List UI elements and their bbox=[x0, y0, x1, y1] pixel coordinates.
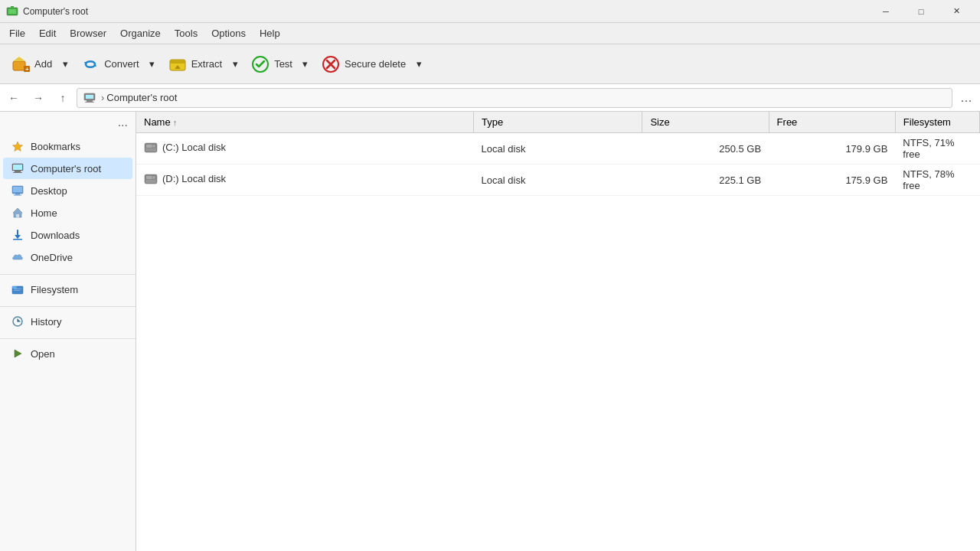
sidebar-item-downloads[interactable]: Downloads bbox=[3, 224, 132, 246]
sidebar-item-home[interactable]: Home bbox=[3, 202, 132, 223]
menu-item-options[interactable]: Options bbox=[205, 24, 252, 42]
add-button-group: + Add ▾ bbox=[3, 47, 71, 81]
sidebar-item-desktop[interactable]: Desktop bbox=[3, 180, 132, 201]
test-button[interactable]: Test bbox=[243, 47, 299, 81]
add-dropdown-arrow[interactable]: ▾ bbox=[59, 47, 71, 81]
home-icon bbox=[11, 206, 24, 220]
titlebar: Computer's root ─ □ ✕ bbox=[0, 0, 980, 23]
filesystem-icon bbox=[11, 282, 24, 296]
secure-delete-label: Secure delete bbox=[345, 58, 406, 70]
address-more-button[interactable]: … bbox=[956, 87, 977, 109]
toolbar: + Add ▾ Convert ▾ bbox=[0, 44, 980, 84]
file-table: Name Type Size Free Filesystem (C:) Loca… bbox=[136, 112, 980, 196]
secure-delete-dropdown-arrow[interactable]: ▾ bbox=[413, 47, 425, 81]
sidebar-item-computer-root[interactable]: Computer's root bbox=[3, 158, 132, 179]
extract-icon bbox=[167, 54, 188, 75]
menu-item-edit[interactable]: Edit bbox=[33, 24, 62, 42]
sidebar-item-open[interactable]: Open bbox=[3, 343, 132, 364]
menu-item-help[interactable]: Help bbox=[253, 24, 286, 42]
sidebar-downloads-label: Downloads bbox=[31, 230, 80, 241]
svg-rect-32 bbox=[12, 286, 17, 289]
test-icon bbox=[250, 54, 271, 75]
test-dropdown-arrow[interactable]: ▾ bbox=[299, 47, 312, 81]
col-header-free[interactable]: Free bbox=[769, 112, 895, 133]
convert-button[interactable]: Convert bbox=[73, 47, 146, 81]
svg-rect-28 bbox=[16, 214, 19, 217]
maximize-button[interactable]: □ bbox=[903, 0, 939, 23]
svg-rect-17 bbox=[85, 102, 94, 103]
secure-delete-icon bbox=[320, 54, 341, 75]
svg-rect-26 bbox=[14, 195, 21, 196]
col-header-name[interactable]: Name bbox=[136, 112, 474, 133]
address-path[interactable]: › Computer's root bbox=[77, 88, 952, 108]
desktop-icon bbox=[11, 184, 24, 197]
menu-item-organize[interactable]: Organize bbox=[114, 24, 167, 42]
svg-rect-42 bbox=[146, 176, 152, 179]
sidebar-item-filesystem[interactable]: Filesystem bbox=[3, 279, 132, 300]
sidebar-open-label: Open bbox=[31, 348, 55, 360]
svg-text:+: + bbox=[25, 66, 29, 73]
menu-item-tools[interactable]: Tools bbox=[168, 24, 204, 42]
convert-dropdown-arrow[interactable]: ▾ bbox=[146, 47, 158, 81]
cell-name: (D:) Local disk bbox=[136, 165, 474, 196]
disk-icon: (C:) Local disk bbox=[144, 141, 226, 155]
sidebar-more-button[interactable]: ··· bbox=[0, 116, 136, 135]
sidebar-item-onedrive[interactable]: OneDrive bbox=[3, 246, 132, 268]
cell-size: 250.5 GB bbox=[642, 133, 769, 165]
svg-rect-2 bbox=[11, 6, 14, 8]
table-row[interactable]: (D:) Local disk Local disk 225.1 GB 175.… bbox=[136, 165, 980, 196]
minimize-button[interactable]: ─ bbox=[868, 0, 903, 23]
add-button[interactable]: + Add bbox=[3, 47, 59, 81]
convert-icon bbox=[80, 54, 101, 75]
svg-rect-15 bbox=[86, 95, 93, 99]
svg-marker-29 bbox=[15, 235, 21, 239]
add-icon: + bbox=[10, 54, 31, 75]
monitor-icon bbox=[11, 161, 24, 175]
download-icon bbox=[11, 228, 24, 242]
table-row[interactable]: (C:) Local disk Local disk 250.5 GB 179.… bbox=[136, 133, 980, 165]
sidebar-history-label: History bbox=[31, 316, 61, 328]
secure-delete-button-group: Secure delete ▾ bbox=[313, 47, 425, 81]
convert-button-group: Convert ▾ bbox=[73, 47, 158, 81]
svg-point-39 bbox=[152, 145, 155, 148]
cloud-icon bbox=[11, 250, 24, 264]
svg-rect-44 bbox=[145, 180, 156, 183]
menu-item-file[interactable]: File bbox=[3, 24, 31, 42]
sidebar: ··· Bookmarks Computer's root bbox=[0, 112, 136, 551]
col-header-filesystem[interactable]: Filesystem bbox=[895, 112, 979, 133]
secure-delete-button[interactable]: Secure delete bbox=[313, 47, 413, 81]
svg-point-43 bbox=[152, 176, 155, 179]
sidebar-item-bookmarks[interactable]: Bookmarks bbox=[3, 135, 132, 157]
svg-rect-24 bbox=[13, 187, 22, 192]
cell-type: Local disk bbox=[474, 133, 642, 165]
addressbar: ← → ↑ › Computer's root … bbox=[0, 84, 980, 112]
forward-button[interactable]: → bbox=[28, 87, 49, 109]
disk-icon: (D:) Local disk bbox=[144, 172, 226, 186]
main-area: ··· Bookmarks Computer's root bbox=[0, 112, 980, 551]
extract-label: Extract bbox=[191, 58, 222, 70]
extract-button[interactable]: Extract bbox=[160, 47, 229, 81]
extract-dropdown-arrow[interactable]: ▾ bbox=[229, 47, 241, 81]
svg-rect-16 bbox=[87, 100, 93, 102]
menu-item-browser[interactable]: Browser bbox=[64, 24, 113, 42]
sidebar-desktop-label: Desktop bbox=[31, 185, 67, 197]
col-header-size[interactable]: Size bbox=[642, 112, 769, 133]
back-button[interactable]: ← bbox=[3, 87, 24, 109]
sidebar-section-filesystem: Filesystem bbox=[0, 274, 136, 300]
sidebar-filesystem-label: Filesystem bbox=[31, 284, 78, 295]
clock-icon bbox=[11, 315, 24, 328]
sidebar-item-history[interactable]: History bbox=[3, 311, 132, 332]
up-button[interactable]: ↑ bbox=[52, 87, 74, 109]
close-button[interactable]: ✕ bbox=[939, 0, 974, 23]
address-root-label: Computer's root bbox=[106, 92, 177, 103]
svg-marker-4 bbox=[13, 57, 25, 61]
titlebar-title: Computer's root bbox=[23, 6, 868, 17]
col-header-type[interactable]: Type bbox=[474, 112, 642, 133]
sidebar-section-open: Open bbox=[0, 338, 136, 364]
svg-rect-22 bbox=[13, 172, 22, 173]
svg-rect-38 bbox=[146, 145, 152, 148]
cell-filesystem: NTFS, 78% free bbox=[895, 165, 979, 196]
svg-marker-36 bbox=[15, 350, 21, 357]
titlebar-buttons: ─ □ ✕ bbox=[868, 0, 974, 23]
content-area: Name Type Size Free Filesystem (C:) Loca… bbox=[136, 112, 980, 551]
